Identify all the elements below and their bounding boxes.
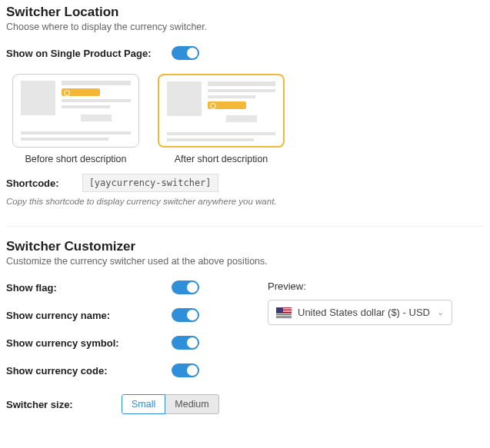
label-switcher-size: Switcher size: bbox=[6, 399, 122, 410]
preview-currency-dropdown[interactable]: United States dollar ($) - USD ⌄ bbox=[268, 300, 452, 325]
option-before-short-desc[interactable]: Before short description bbox=[12, 74, 139, 164]
shortcode-help: Copy this shortcode to display currency … bbox=[6, 197, 484, 206]
section-desc-customizer: Customize the currency switcher used at … bbox=[6, 256, 484, 267]
section-title-customizer: Switcher Customizer bbox=[6, 239, 484, 254]
shortcode-value[interactable]: [yaycurrency-switcher] bbox=[82, 174, 218, 192]
section-title-location: Switcher Location bbox=[6, 5, 484, 20]
section-desc-location: Choose where to display the currency swi… bbox=[6, 22, 484, 32]
us-flag-icon bbox=[276, 307, 292, 318]
option-before-label: Before short description bbox=[12, 154, 139, 164]
toggle-show-flag[interactable] bbox=[172, 280, 199, 294]
toggle-show-currency-code[interactable] bbox=[172, 363, 199, 377]
label-show-spp: Show on Single Product Page: bbox=[6, 48, 172, 59]
chevron-down-icon: ⌄ bbox=[437, 307, 444, 317]
toggle-show-currency-symbol[interactable] bbox=[172, 336, 199, 350]
label-preview: Preview: bbox=[268, 280, 484, 292]
label-show-flag: Show flag: bbox=[6, 282, 172, 294]
preview-currency-value: United States dollar ($) - USD bbox=[298, 307, 437, 318]
label-show-code: Show currency code: bbox=[6, 365, 172, 377]
option-after-short-desc[interactable]: After short description bbox=[158, 74, 285, 164]
toggle-show-currency-name[interactable] bbox=[172, 308, 199, 322]
size-medium-button[interactable]: Medium bbox=[165, 394, 218, 414]
switcher-size-segmented: Small Medium bbox=[122, 394, 219, 414]
option-after-label: After short description bbox=[158, 154, 285, 164]
toggle-show-on-single-product[interactable] bbox=[172, 46, 199, 60]
divider bbox=[6, 226, 484, 227]
size-small-button[interactable]: Small bbox=[122, 394, 165, 414]
label-shortcode: Shortcode: bbox=[6, 178, 59, 189]
label-show-name: Show currency name: bbox=[6, 310, 172, 321]
label-show-symbol: Show currency symbol: bbox=[6, 337, 172, 349]
